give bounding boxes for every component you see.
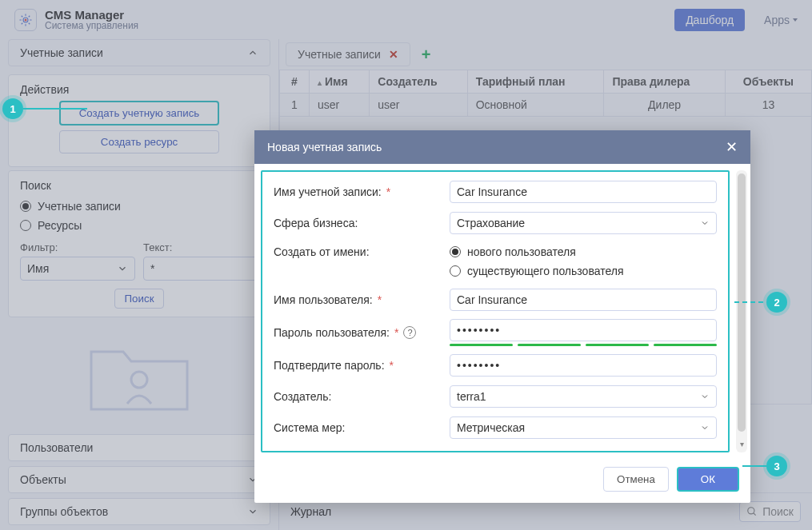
new-account-modal: Новая учетная запись ✕ Имя учетной запис… xyxy=(254,130,750,503)
password-strength-meter xyxy=(450,344,717,346)
chevron-down-icon xyxy=(700,392,710,401)
account-name-input[interactable] xyxy=(450,181,717,203)
username-label: Имя пользователя: xyxy=(274,293,373,306)
chevron-down-icon xyxy=(700,423,710,432)
callout-lead-3 xyxy=(742,465,766,467)
callout-lead-1 xyxy=(23,108,87,110)
callout-badge-2: 2 xyxy=(766,292,787,313)
creator-select[interactable]: terra1 xyxy=(450,385,717,408)
radio-new-user-label: нового пользователя xyxy=(467,245,576,258)
measurement-value: Метрическая xyxy=(457,421,525,434)
business-value: Страхование xyxy=(457,217,525,229)
cancel-button[interactable]: Отмена xyxy=(603,467,669,492)
radio-unchecked-icon xyxy=(450,265,461,277)
modal-scrollbar[interactable]: ▾ xyxy=(736,170,747,452)
password-input[interactable] xyxy=(450,319,717,341)
measurement-label: Система мер: xyxy=(274,421,345,434)
confirm-password-input[interactable] xyxy=(450,354,717,377)
callout-lead-2 xyxy=(734,301,766,303)
creator-label: Создатель: xyxy=(274,390,331,403)
modal-footer: Отмена ОК xyxy=(254,459,750,503)
radio-new-user[interactable]: нового пользователя xyxy=(450,242,717,261)
create-from-label: Создать от имени: xyxy=(274,245,370,258)
account-name-label: Имя учетной записи: xyxy=(274,185,382,198)
business-label: Сфера бизнеса: xyxy=(274,217,358,229)
radio-existing-user-label: существующего пользователя xyxy=(467,265,623,277)
scrollbar-down-icon[interactable]: ▾ xyxy=(736,438,747,449)
business-select[interactable]: Страхование xyxy=(450,212,717,234)
callout-badge-3: 3 xyxy=(766,456,787,476)
measurement-select[interactable]: Метрическая xyxy=(450,416,717,439)
radio-checked-icon xyxy=(450,246,461,257)
radio-existing-user[interactable]: существующего пользователя xyxy=(450,261,717,281)
modal-header: Новая учетная запись ✕ xyxy=(254,130,750,164)
ok-button[interactable]: ОК xyxy=(677,467,739,492)
callout-badge-1: 1 xyxy=(2,98,23,119)
close-icon[interactable]: ✕ xyxy=(726,138,738,156)
confirm-password-label: Подтвердите пароль: xyxy=(274,359,385,372)
username-input[interactable] xyxy=(450,289,717,311)
modal-title: Новая учетная запись xyxy=(267,141,382,153)
password-label: Пароль пользователя: xyxy=(274,326,390,339)
help-icon[interactable]: ? xyxy=(403,326,416,339)
creator-value: terra1 xyxy=(457,390,486,403)
chevron-down-icon xyxy=(700,218,710,228)
modal-body: Имя учетной записи:* Сфера бизнеса: Стра… xyxy=(261,170,730,452)
